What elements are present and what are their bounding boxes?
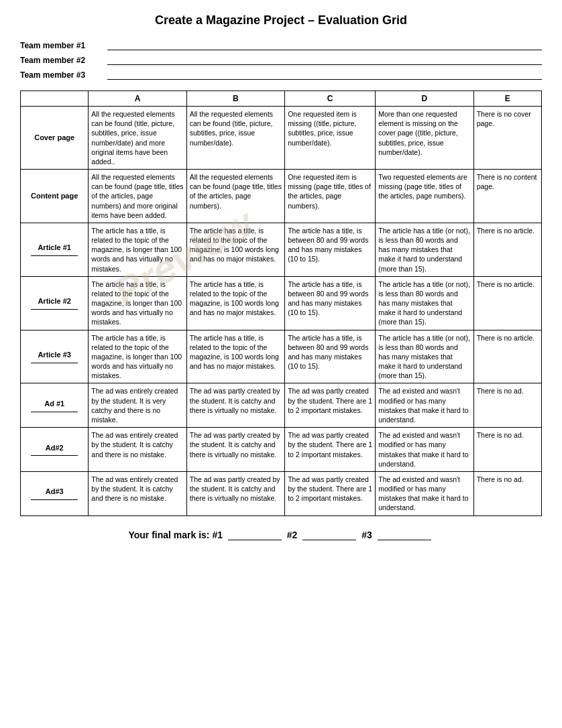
cell-6-d: The ad existed and wasn't modified or ha… bbox=[376, 428, 473, 472]
table-row: Ad #1The ad was entirely created by the … bbox=[21, 383, 542, 428]
page-title: Create a Magazine Project – Evaluation G… bbox=[20, 13, 542, 27]
team-member-2-label: Team member #2 bbox=[20, 56, 107, 65]
header-row: A B C D E bbox=[21, 91, 542, 107]
cell-7-e: There is no ad. bbox=[473, 471, 541, 515]
team-member-1-label: Team member #1 bbox=[20, 41, 107, 50]
cell-1-a: All the requested elements can be found … bbox=[89, 170, 186, 223]
header-col-a: A bbox=[89, 91, 186, 107]
team-member-2-row: Team member #2 bbox=[20, 54, 542, 65]
cell-5-c: The ad was partly created by the student… bbox=[285, 383, 376, 428]
cell-6-a: The ad was entirely created by the stude… bbox=[89, 428, 186, 472]
table-row: Ad#2The ad was entirely created by the s… bbox=[21, 428, 542, 472]
final-mark-3-label: #3 bbox=[361, 530, 372, 540]
row-label-6: Ad#2 bbox=[21, 428, 89, 472]
final-mark-3-line[interactable] bbox=[378, 540, 431, 540]
cell-3-e: There is no article. bbox=[473, 276, 541, 330]
cell-1-c: One requested item is missing (page titl… bbox=[285, 170, 376, 223]
evaluation-grid: A B C D E Cover pageAll the requested el… bbox=[20, 90, 542, 516]
cell-0-a: All the requested elements can be found … bbox=[89, 107, 186, 170]
cell-1-d: Two requested elements are missing (page… bbox=[376, 170, 473, 223]
table-row: Article #1The article has a title, is re… bbox=[21, 223, 542, 276]
cell-0-d: More than one requested element is missi… bbox=[376, 107, 473, 170]
header-col-d: D bbox=[376, 91, 473, 107]
row-label-1: Content page bbox=[21, 170, 89, 223]
cell-7-c: The ad was partly created by the student… bbox=[285, 471, 376, 515]
team-member-3-input[interactable] bbox=[107, 69, 542, 80]
final-mark-label: Your final mark is: #1 bbox=[128, 530, 223, 540]
cell-5-a: The ad was entirely created by the stude… bbox=[89, 383, 186, 428]
cell-2-a: The article has a title, is related to t… bbox=[89, 223, 186, 276]
cell-2-b: The article has a title, is related to t… bbox=[186, 223, 284, 276]
header-col-c: C bbox=[285, 91, 376, 107]
cell-2-d: The article has a title (or not), is les… bbox=[376, 223, 473, 276]
row-label-4: Article #3 bbox=[21, 330, 89, 383]
cell-5-b: The ad was partly created by the student… bbox=[186, 383, 284, 428]
team-member-1-input[interactable] bbox=[107, 40, 542, 50]
cell-7-d: The ad existed and wasn't modified or ha… bbox=[376, 471, 473, 515]
header-col-b: B bbox=[186, 91, 284, 107]
team-member-1-row: Team member #1 bbox=[20, 40, 542, 50]
cell-6-e: There is no ad. bbox=[473, 428, 541, 472]
row-label-2: Article #1 bbox=[21, 223, 89, 276]
cell-1-b: All the requested elements can be found … bbox=[186, 170, 284, 223]
row-label-5: Ad #1 bbox=[21, 383, 89, 428]
cell-6-b: The ad was partly created by the student… bbox=[186, 428, 284, 472]
cell-4-c: The article has a title, is between 80 a… bbox=[285, 330, 376, 383]
header-empty bbox=[21, 91, 89, 107]
cell-3-a: The article has a title, is related to t… bbox=[89, 276, 186, 330]
team-member-3-label: Team member #3 bbox=[20, 70, 107, 80]
cell-3-d: The article has a title (or not), is les… bbox=[376, 276, 473, 330]
team-member-3-row: Team member #3 bbox=[20, 69, 542, 80]
table-row: Content pageAll the requested elements c… bbox=[21, 170, 542, 223]
cell-4-e: There is no article. bbox=[473, 330, 541, 383]
table-row: Article #2The article has a title, is re… bbox=[21, 276, 542, 330]
cell-4-b: The article has a title, is related to t… bbox=[186, 330, 284, 383]
row-label-0: Cover page bbox=[21, 107, 89, 170]
cell-4-a: The article has a title, is related to t… bbox=[89, 330, 186, 383]
final-mark-2-line[interactable] bbox=[302, 540, 356, 540]
cell-2-c: The article has a title, is between 80 a… bbox=[285, 223, 376, 276]
cell-5-e: There is no ad. bbox=[473, 383, 541, 428]
header-col-e: E bbox=[473, 91, 541, 107]
final-mark-1-line[interactable] bbox=[228, 540, 282, 540]
final-mark-2-label: #2 bbox=[287, 530, 298, 540]
cell-0-e: There is no cover page. bbox=[473, 107, 541, 170]
cell-3-c: The article has a title, is between 80 a… bbox=[285, 276, 376, 330]
cell-0-b: All the requested elements can be found … bbox=[186, 107, 284, 170]
cell-7-b: The ad was partly created by the student… bbox=[186, 471, 284, 515]
final-mark-row: Your final mark is: #1 #2 #3 bbox=[20, 530, 542, 540]
team-fields: Team member #1 Team member #2 Team membe… bbox=[20, 40, 542, 80]
cell-6-c: The ad was partly created by the student… bbox=[285, 428, 376, 472]
cell-4-d: The article has a title (or not), is les… bbox=[376, 330, 473, 383]
cell-3-b: The article has a title, is related to t… bbox=[186, 276, 284, 330]
cell-1-e: There is no content page. bbox=[473, 170, 541, 223]
table-row: Ad#3The ad was entirely created by the s… bbox=[21, 471, 542, 515]
row-label-7: Ad#3 bbox=[21, 471, 89, 515]
row-label-3: Article #2 bbox=[21, 276, 89, 330]
cell-0-c: One requested item is missing ((title, p… bbox=[285, 107, 376, 170]
cell-5-d: The ad existed and wasn't modified or ha… bbox=[376, 383, 473, 428]
table-row: Cover pageAll the requested elements can… bbox=[21, 107, 542, 170]
table-row: Article #3The article has a title, is re… bbox=[21, 330, 542, 383]
cell-7-a: The ad was entirely created by the stude… bbox=[89, 471, 186, 515]
team-member-2-input[interactable] bbox=[107, 54, 542, 65]
cell-2-e: There is no article. bbox=[473, 223, 541, 276]
